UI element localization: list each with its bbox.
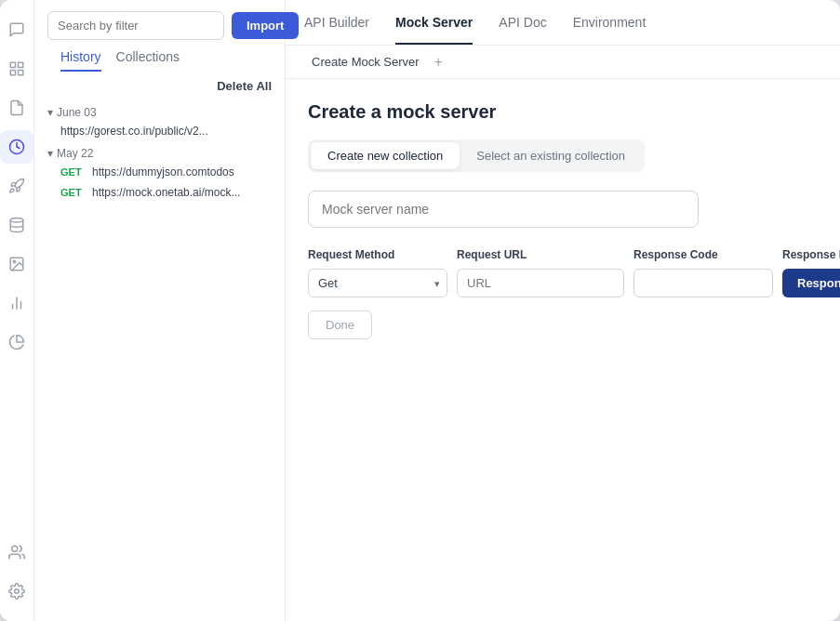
response-code-input[interactable] (633, 269, 773, 297)
top-nav: API Builder Mock Server API Doc Environm… (286, 0, 840, 46)
history-group-may-label: May 22 (57, 147, 93, 160)
delete-all-button[interactable]: Delete All (217, 79, 272, 93)
tab-history[interactable]: History (60, 49, 101, 72)
rocket-icon[interactable] (0, 169, 33, 203)
left-panel: Import History Collections Delete All ▾ … (34, 0, 286, 621)
svg-rect-1 (19, 62, 23, 67)
icon-rail (0, 0, 34, 621)
settings-icon[interactable] (0, 575, 33, 608)
col-request-method: Request Method (308, 248, 447, 261)
chevron-down-icon-may: ▾ (47, 147, 53, 160)
nav-tab-api-doc[interactable]: API Doc (499, 0, 546, 45)
add-tab-button[interactable]: + (431, 46, 447, 78)
svg-rect-2 (19, 71, 23, 75)
method-badge-get2: GET (60, 187, 87, 198)
nav-tab-mock-server[interactable]: Mock Server (395, 0, 473, 45)
sub-nav-create-mock[interactable]: Create Mock Server (304, 46, 427, 78)
method-select[interactable]: Get POST PUT DELETE PATCH (308, 269, 447, 297)
search-row: Import (47, 11, 272, 40)
create-collection-button[interactable]: Create new collection (311, 142, 460, 169)
svg-point-7 (13, 260, 15, 262)
layout-icon[interactable] (0, 52, 33, 86)
url-input[interactable] (457, 269, 624, 297)
col-response-code: Response Code (633, 248, 773, 261)
left-panel-header: Import History Collections (34, 0, 285, 72)
history-group-may: ▾ May 22 (34, 141, 285, 162)
svg-point-11 (12, 546, 18, 551)
history-list: ▾ June 03 https://gorest.co.in/public/v2… (34, 97, 285, 621)
list-item[interactable]: GET https://dummyjson.comtodos (34, 162, 285, 182)
file-icon[interactable] (0, 91, 33, 125)
api-icon[interactable] (0, 130, 33, 164)
svg-rect-3 (10, 71, 15, 75)
search-input[interactable] (47, 11, 224, 40)
history-url-mock: https://mock.onetab.ai/mock... (92, 186, 240, 199)
history-url-dummyjson: https://dummyjson.comtodos (92, 165, 234, 178)
app-window: Import History Collections Delete All ▾ … (0, 0, 840, 621)
history-group-june-label: June 03 (57, 106, 97, 119)
chevron-down-icon: ▾ (47, 106, 53, 119)
tabs-row: History Collections (47, 40, 272, 72)
main-content: Create a mock server Create new collecti… (286, 79, 840, 621)
svg-point-5 (10, 218, 23, 223)
svg-rect-0 (10, 62, 15, 67)
method-badge-get1: GET (60, 166, 87, 178)
request-table-header: Request Method Request URL Response Code… (308, 248, 840, 269)
pie-chart-icon[interactable] (0, 325, 33, 359)
chat-icon[interactable] (0, 13, 33, 46)
history-url-gorest[interactable]: https://gorest.co.in/public/v2... (34, 121, 285, 141)
nav-tab-environment[interactable]: Environment (573, 0, 647, 45)
sub-nav: Create Mock Server + (286, 46, 840, 79)
response-button[interactable]: Response (782, 269, 840, 297)
delete-all-row: Delete All (34, 72, 285, 97)
database-icon[interactable] (0, 208, 33, 242)
list-item[interactable]: GET https://mock.onetab.ai/mock... (34, 182, 285, 203)
users-icon[interactable] (0, 535, 33, 569)
image-icon[interactable] (0, 247, 33, 281)
tab-collections[interactable]: Collections (116, 49, 180, 72)
bar-chart-icon[interactable] (0, 286, 33, 320)
page-title: Create a mock server (308, 101, 840, 123)
table-row: Get POST PUT DELETE PATCH Response (308, 269, 840, 297)
nav-tab-api-builder[interactable]: API Builder (304, 0, 369, 45)
col-response-body: Response Body (782, 248, 840, 261)
collection-toggle: Create new collection Select an existing… (308, 139, 645, 172)
done-button[interactable]: Done (308, 310, 372, 339)
history-group-june: ▾ June 03 (34, 100, 285, 121)
server-name-input[interactable] (308, 191, 699, 228)
right-panel: API Builder Mock Server API Doc Environm… (286, 0, 840, 621)
select-collection-button[interactable]: Select an existing collection (460, 142, 642, 169)
col-request-url: Request URL (457, 248, 624, 261)
svg-point-12 (15, 589, 20, 594)
method-select-wrap: Get POST PUT DELETE PATCH (308, 269, 447, 297)
